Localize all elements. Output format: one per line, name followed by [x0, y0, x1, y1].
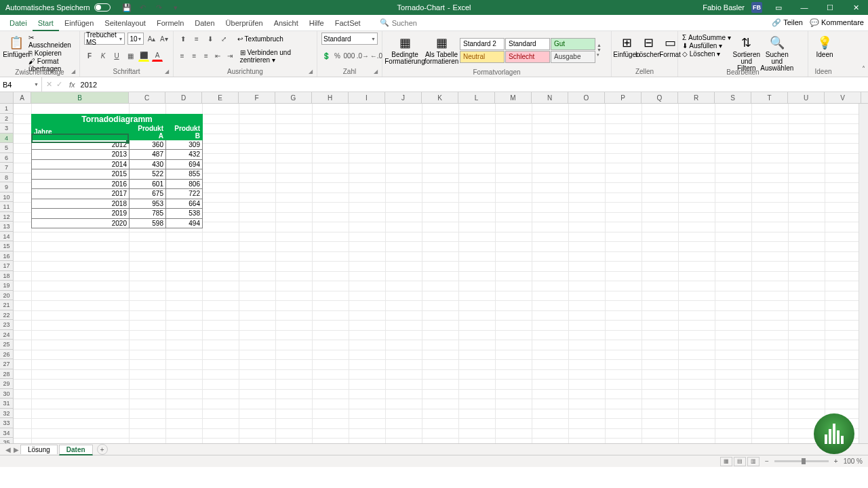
tab-file[interactable]: Datei	[4, 16, 33, 30]
cell-style-standard2[interactable]: Standard 2	[460, 38, 505, 50]
table-row[interactable]: 2016601806	[32, 179, 203, 189]
table-row[interactable]: 2012360309	[32, 140, 203, 150]
row-header-24[interactable]: 24	[0, 330, 13, 340]
table-row[interactable]: 2017675722	[32, 189, 203, 199]
col-header-Q[interactable]: Q	[642, 92, 678, 103]
conditional-formatting-button[interactable]: ▦Bedingte Formatierung	[387, 33, 423, 68]
maximize-button[interactable]: ☐	[821, 3, 840, 12]
paste-button[interactable]: 📋 Einfügen	[4, 33, 28, 68]
search-input[interactable]	[392, 19, 446, 27]
col-header-T[interactable]: T	[751, 92, 788, 103]
row-header-20[interactable]: 20	[0, 291, 13, 301]
clipboard-launcher-icon[interactable]: ◢	[71, 68, 78, 75]
find-select-button[interactable]: 🔍Suchen und Auswählen	[762, 33, 792, 68]
redo-icon[interactable]: ↷	[154, 2, 165, 13]
zoom-out-button[interactable]: −	[765, 458, 769, 465]
format-as-table-button[interactable]: ▦Als Tabelle formatieren	[425, 33, 458, 68]
fill-button[interactable]: ⬇ Ausfüllen ▾	[682, 42, 731, 49]
tab-start[interactable]: Start	[33, 16, 59, 31]
decrease-font-icon[interactable]: A▾	[159, 33, 169, 44]
row-header-23[interactable]: 23	[0, 320, 13, 330]
row-header-6[interactable]: 6	[0, 153, 13, 163]
cell-style-output[interactable]: Ausgabe	[551, 51, 595, 63]
row-header-7[interactable]: 7	[0, 163, 13, 173]
col-header-H[interactable]: H	[312, 92, 349, 103]
undo-icon[interactable]: ↶	[138, 2, 149, 13]
autosave-toggle[interactable]: Automatisches Speichern	[3, 3, 113, 12]
row-header-25[interactable]: 25	[0, 340, 13, 350]
formula-input[interactable]	[78, 81, 868, 89]
clear-button[interactable]: ◇ Löschen ▾	[682, 50, 731, 58]
col-header-M[interactable]: M	[495, 92, 532, 103]
row-header-35[interactable]: 35	[0, 438, 13, 443]
col-header-D[interactable]: D	[165, 92, 202, 103]
insert-cells-button[interactable]: ⊞Einfügen	[616, 33, 637, 67]
row-header-27[interactable]: 27	[0, 359, 13, 369]
collapse-ribbon-icon[interactable]: ˄	[862, 65, 865, 73]
row-header-33[interactable]: 33	[0, 418, 13, 428]
zoom-slider[interactable]	[774, 460, 829, 462]
cancel-formula-icon[interactable]: ✕	[46, 80, 52, 89]
row-header-4[interactable]: 4	[0, 134, 13, 144]
col-header-C[interactable]: C	[129, 92, 165, 103]
row-header-32[interactable]: 32	[0, 409, 13, 419]
tab-formeln[interactable]: Formeln	[151, 16, 189, 30]
row-header-1[interactable]: 1	[0, 104, 13, 114]
confirm-formula-icon[interactable]: ✓	[56, 80, 62, 89]
number-launcher-icon[interactable]: ◢	[374, 68, 380, 75]
tab-ansicht[interactable]: Ansicht	[269, 16, 304, 30]
underline-button[interactable]: U	[111, 51, 122, 62]
align-bottom-icon[interactable]: ⬇	[205, 33, 216, 44]
col-header-U[interactable]: U	[788, 92, 825, 103]
row-header-31[interactable]: 31	[0, 399, 13, 409]
align-left-icon[interactable]: ≡	[178, 51, 187, 62]
tab-einfügen[interactable]: Einfügen	[59, 16, 99, 30]
fill-color-button[interactable]: ⬛	[138, 51, 149, 62]
number-format-select[interactable]: Standard▼	[321, 33, 378, 45]
font-color-button[interactable]: A	[152, 51, 163, 62]
col-header-I[interactable]: I	[349, 92, 385, 103]
cell-style-bad[interactable]: Schlecht	[505, 51, 550, 63]
decrease-decimal-icon[interactable]: ←.0	[371, 51, 382, 62]
autosum-button[interactable]: Σ AutoSumme ▾	[682, 34, 731, 41]
row-header-18[interactable]: 18	[0, 271, 13, 281]
styles-scroll-up-icon[interactable]: ▲	[597, 43, 601, 47]
row-header-14[interactable]: 14	[0, 232, 13, 242]
indent-decrease-icon[interactable]: ⇤	[214, 51, 223, 62]
vertical-scrollbar[interactable]	[859, 104, 868, 443]
row-header-8[interactable]: 8	[0, 173, 13, 183]
row-header-11[interactable]: 11	[0, 202, 13, 212]
cell-style-standard[interactable]: Standard	[505, 38, 550, 50]
row-header-29[interactable]: 29	[0, 379, 13, 389]
save-icon[interactable]: 💾	[121, 2, 132, 13]
currency-icon[interactable]: 💲	[321, 51, 331, 62]
view-page-layout-icon[interactable]: ▤	[734, 457, 746, 466]
row-header-22[interactable]: 22	[0, 310, 13, 321]
user-name[interactable]: Fabio Basler	[703, 3, 745, 12]
align-top-icon[interactable]: ⬆	[178, 33, 189, 44]
borders-button[interactable]: ▦	[125, 51, 136, 62]
col-header-L[interactable]: L	[458, 92, 495, 103]
zoom-in-button[interactable]: +	[834, 458, 838, 465]
tab-factset[interactable]: FactSet	[330, 16, 366, 30]
table-row[interactable]: 2018953664	[32, 199, 203, 209]
row-header-12[interactable]: 12	[0, 212, 13, 222]
comma-icon[interactable]: 000	[344, 51, 355, 62]
tab-überprüfen[interactable]: Überprüfen	[220, 16, 269, 30]
fx-icon[interactable]: fx	[66, 81, 78, 89]
copy-button[interactable]: ⎘ Kopieren	[28, 49, 75, 57]
align-middle-icon[interactable]: ≡	[191, 33, 202, 44]
row-header-13[interactable]: 13	[0, 222, 13, 232]
comments-button[interactable]: 💬 Kommentare	[810, 18, 864, 27]
sheet-tab-lösung[interactable]: Lösung	[20, 445, 58, 454]
col-header-J[interactable]: J	[385, 92, 422, 103]
delete-cells-button[interactable]: ⊟Löschen	[637, 33, 659, 67]
col-header-A[interactable]: A	[14, 92, 31, 103]
styles-expand-icon[interactable]: ▾	[597, 52, 601, 58]
col-header-G[interactable]: G	[275, 92, 312, 103]
bold-button[interactable]: F	[84, 51, 95, 62]
ribbon-display-icon[interactable]: ▭	[769, 3, 788, 12]
minimize-button[interactable]: —	[795, 3, 814, 12]
col-header-P[interactable]: P	[605, 92, 642, 103]
orientation-icon[interactable]: ⤢	[218, 33, 229, 44]
